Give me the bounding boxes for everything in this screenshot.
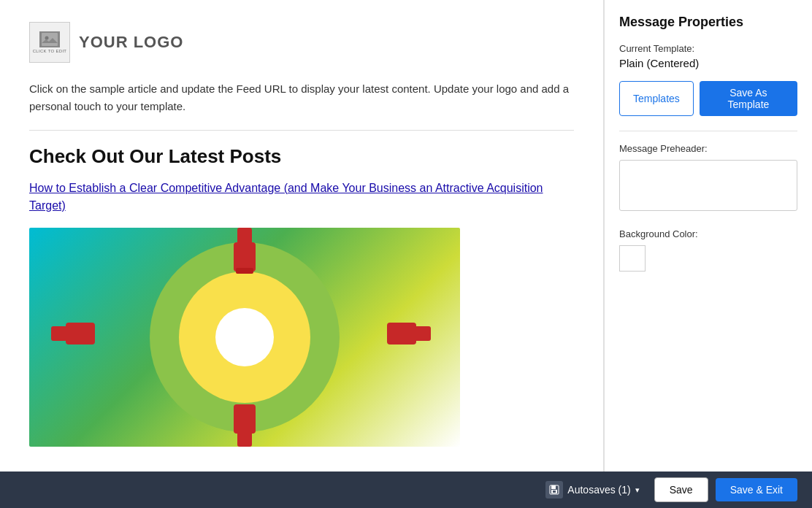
save-button[interactable]: Save <box>654 477 708 502</box>
logo-click-text: CLICK TO EDIT <box>33 49 67 53</box>
save-exit-button[interactable]: Save & Exit <box>716 478 797 501</box>
template-buttons-row: Templates Save As Template <box>619 81 797 116</box>
save-disk-icon <box>545 481 563 499</box>
save-as-template-button[interactable]: Save As Template <box>700 81 797 116</box>
bottom-toolbar: Autosaves (1) ▾ Save Save & Exit <box>0 472 812 508</box>
autosaves-button[interactable]: Autosaves (1) ▾ <box>538 477 646 503</box>
preheader-label: Message Preheader: <box>619 143 797 154</box>
svg-rect-3 <box>234 242 256 272</box>
svg-rect-4 <box>236 268 253 274</box>
panel-title: Message Properties <box>619 15 797 30</box>
svg-rect-10 <box>387 323 416 345</box>
chevron-down-icon: ▾ <box>635 485 640 495</box>
svg-rect-6 <box>237 407 252 447</box>
section-heading: Check Out Our Latest Posts <box>29 145 574 168</box>
logo-placeholder[interactable]: CLICK TO EDIT <box>29 22 70 63</box>
logo-text: YOUR LOGO <box>79 33 183 52</box>
autosaves-label: Autosaves (1) <box>567 484 630 496</box>
panel-divider <box>619 131 797 131</box>
bg-color-swatch[interactable] <box>619 245 646 272</box>
article-link[interactable]: How to Establish a Clear Competitive Adv… <box>29 180 574 215</box>
properties-panel: Message Properties Current Template: Pla… <box>604 0 812 472</box>
svg-rect-14 <box>553 490 556 493</box>
preheader-textarea[interactable] <box>619 160 797 211</box>
current-template-value: Plain (Centered) <box>619 57 797 69</box>
hands-svg <box>29 228 460 447</box>
logo-image-icon <box>39 31 60 47</box>
svg-rect-8 <box>66 323 95 345</box>
section-divider <box>29 130 574 131</box>
bg-color-label: Background Color: <box>619 228 797 239</box>
svg-rect-0 <box>42 33 58 46</box>
svg-rect-12 <box>551 485 556 489</box>
description-text: Click on the sample article and update t… <box>29 80 574 115</box>
preview-panel: CLICK TO EDIT YOUR LOGO Click on the sam… <box>0 0 604 472</box>
article-image <box>29 228 460 447</box>
logo-area: CLICK TO EDIT YOUR LOGO <box>29 22 574 63</box>
svg-point-1 <box>45 36 49 40</box>
current-template-label: Current Template: <box>619 43 797 54</box>
main-area: CLICK TO EDIT YOUR LOGO Click on the sam… <box>0 0 812 472</box>
templates-button[interactable]: Templates <box>619 81 694 116</box>
